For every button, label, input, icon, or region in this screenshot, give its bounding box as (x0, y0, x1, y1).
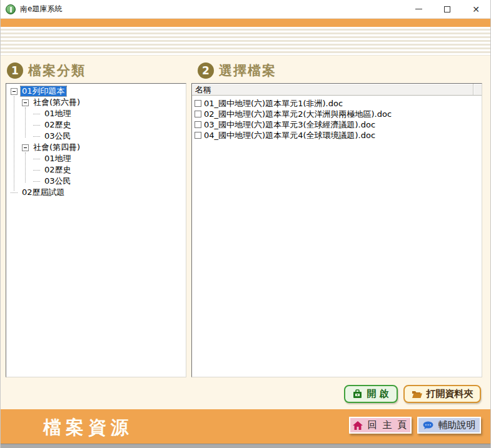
tree-item[interactable]: 02歷屆試題 (6, 187, 186, 198)
file-row[interactable]: 03_國中地理(六)題本單元3(全球經濟議題).doc (192, 119, 482, 130)
file-name: 01_國中地理(六)題本單元1(非洲).doc (204, 98, 343, 109)
tree-item[interactable]: 01列印題本 (6, 86, 186, 97)
tree-item[interactable]: 02歷史 (6, 119, 186, 131)
tree-dash (33, 125, 40, 126)
tree-item-label[interactable]: 社會(第六冊) (32, 97, 81, 107)
tree-expander-icon[interactable] (22, 144, 29, 151)
striped-band (1, 27, 490, 56)
section-header-selection: 2 選擇檔案 (198, 62, 276, 79)
tree-item-label[interactable]: 01列印題本 (21, 86, 66, 96)
home-button[interactable]: 回 主 頁 (349, 417, 412, 434)
tree-dash (33, 181, 40, 182)
tree-dash (33, 159, 40, 159)
file-row[interactable]: 02_國中地理(六)題本單元2(大洋洲與兩極地區).doc (192, 109, 482, 119)
file-checkbox[interactable] (195, 132, 201, 139)
tree-dash (11, 192, 18, 193)
app-icon (6, 4, 16, 14)
title-bar: 南e題庫系統 ✕ (1, 0, 490, 19)
tree-connector (25, 152, 26, 182)
category-tree-panel: 01列印題本 社會(第六冊) 01地理 02歷史 03公民 社會(第四冊) 01… (6, 83, 186, 377)
window-title: 南e題庫系統 (20, 4, 62, 14)
tree-connector (14, 96, 14, 191)
footer-bar: 檔案資源 回 主 頁 輔助說明 (1, 409, 490, 444)
file-row[interactable]: 01_國中地理(六)題本單元1(非洲).doc (192, 98, 482, 109)
file-name: 02_國中地理(六)題本單元2(大洋洲與兩極地區).doc (204, 109, 392, 120)
file-checkbox[interactable] (195, 121, 201, 128)
tree-expander-icon[interactable] (11, 88, 18, 95)
tree-item-label[interactable]: 02歷史 (43, 165, 73, 175)
column-header-name[interactable]: 名稱 (192, 84, 473, 95)
file-row[interactable]: 04_國中地理(六)題本單元4(全球環境議題).doc (192, 130, 482, 141)
close-icon: ✕ (472, 5, 480, 14)
tree-item-label[interactable]: 02歷史 (43, 120, 73, 130)
window-bottom-edge (1, 444, 490, 448)
tree-item-label[interactable]: 社會(第四冊) (32, 142, 81, 152)
open-folder-button-label: 打開資料夾 (427, 388, 473, 400)
section-title-selection: 選擇檔案 (219, 62, 276, 79)
file-name: 03_國中地理(六)題本單元3(全球經濟議題).doc (204, 119, 375, 131)
file-name: 04_國中地理(六)題本單元4(全球環境議題).doc (204, 130, 375, 141)
open-button-label: 開 啟 (367, 388, 388, 400)
top-orange-band (1, 19, 490, 27)
close-button[interactable]: ✕ (462, 0, 490, 18)
tree-item[interactable]: 03公民 (6, 131, 186, 142)
action-button-row: 開 啟 打開資料夾 (344, 385, 481, 403)
section-header-classification: 1 檔案分類 (7, 62, 86, 79)
maximize-button[interactable] (433, 0, 462, 18)
tree-item[interactable]: 01地理 (6, 153, 186, 164)
maximize-icon (444, 6, 450, 12)
tree-item[interactable]: 02歷史 (6, 164, 186, 176)
page-title: 檔案資源 (43, 416, 133, 441)
tree-dash (33, 170, 40, 171)
open-folder-button[interactable]: 打開資料夾 (403, 385, 481, 403)
tree-item[interactable]: 01地理 (6, 108, 186, 119)
file-checkbox[interactable] (195, 111, 201, 117)
tree-item[interactable]: 社會(第六冊) (6, 97, 186, 108)
file-list-panel: 名稱 01_國中地理(六)題本單元1(非洲).doc 02_國中地理(六)題本單… (191, 83, 482, 377)
file-checkbox[interactable] (195, 100, 201, 107)
section-title-classification: 檔案分類 (28, 62, 86, 79)
home-icon (353, 421, 363, 430)
tree-item[interactable]: 03公民 (6, 176, 186, 187)
open-button[interactable]: 開 啟 (344, 385, 398, 403)
folder-icon (412, 390, 422, 399)
help-bubble-icon (423, 421, 433, 430)
tree: 01列印題本 社會(第六冊) 01地理 02歷史 03公民 社會(第四冊) 01… (6, 84, 186, 198)
tree-connector (25, 107, 26, 137)
section-number-badge-2: 2 (198, 62, 214, 79)
app-window: 南e題庫系統 ✕ 1 檔案分類 2 選擇檔案 01列印題本 社會(第六冊) 0 (0, 0, 491, 448)
open-file-icon (353, 389, 362, 399)
file-list-header: 名稱 (192, 84, 482, 96)
section-number-badge-1: 1 (7, 62, 23, 79)
tree-dash (33, 114, 40, 114)
help-button-label: 輔助說明 (438, 419, 476, 431)
tree-item[interactable]: 社會(第四冊) (6, 142, 186, 153)
tree-item-label[interactable]: 02歷屆試題 (21, 187, 66, 197)
tree-item-label[interactable]: 03公民 (43, 176, 73, 186)
tree-item-label[interactable]: 03公民 (43, 131, 73, 141)
tree-item-label[interactable]: 01地理 (43, 154, 73, 164)
tree-item-label[interactable]: 01地理 (43, 109, 73, 119)
window-controls: ✕ (404, 0, 490, 18)
column-header-extra (473, 84, 482, 95)
minimize-icon (415, 9, 422, 9)
help-button[interactable]: 輔助說明 (417, 417, 481, 434)
home-button-label: 回 主 頁 (368, 419, 408, 431)
minimize-button[interactable] (404, 0, 433, 18)
footer-button-row: 回 主 頁 輔助說明 (349, 417, 481, 434)
tree-dash (33, 136, 40, 137)
tree-expander-icon[interactable] (22, 99, 29, 106)
file-list-body: 01_國中地理(六)題本單元1(非洲).doc 02_國中地理(六)題本單元2(… (192, 96, 482, 377)
